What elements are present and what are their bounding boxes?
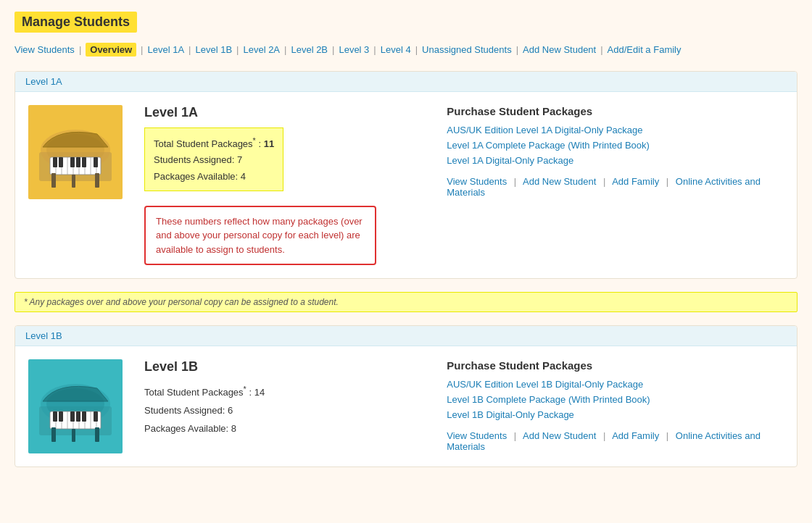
level-1a-assigned: Students Assigned: 7 xyxy=(154,152,274,168)
svg-rect-34 xyxy=(59,411,63,422)
level-1a-body: Level 1A Total Student Packages* : 11 St… xyxy=(15,92,797,278)
nav-view-students[interactable]: View Students xyxy=(14,44,75,55)
level-1a-purchase-col: Purchase Student Packages AUS/UK Edition… xyxy=(447,105,784,198)
nav-level-2a[interactable]: Level 2A xyxy=(243,44,280,55)
svg-rect-24 xyxy=(50,411,101,429)
level-1b-stats: Total Student Packages* : 14 Students As… xyxy=(144,382,425,438)
svg-rect-20 xyxy=(72,175,75,188)
level-1b-piano-image xyxy=(28,359,123,453)
svg-rect-39 xyxy=(51,427,56,442)
page-title: Manage Students xyxy=(14,12,798,43)
nav-bar: View Students | Overview | Level 1A | Le… xyxy=(14,43,798,57)
svg-rect-18 xyxy=(51,173,56,188)
level-1b-assigned: Students Assigned: 6 xyxy=(144,402,425,420)
nav-level-3[interactable]: Level 3 xyxy=(339,44,369,55)
nav-add-new-student[interactable]: Add New Student xyxy=(523,44,596,55)
level-1a-add-family-link[interactable]: Add Family xyxy=(612,176,659,187)
level-1b-add-new-student-link[interactable]: Add New Student xyxy=(523,430,596,441)
level-1b-header: Level 1B xyxy=(15,326,797,346)
svg-rect-41 xyxy=(72,429,75,442)
nav-level-1b[interactable]: Level 1B xyxy=(195,44,232,55)
level-1b-purchase-title: Purchase Student Packages xyxy=(447,359,784,372)
level-1a-total: Total Student Packages* : 11 xyxy=(154,134,274,152)
svg-rect-3 xyxy=(50,157,101,175)
svg-rect-19 xyxy=(95,173,99,188)
level-1b-section: Level 1B xyxy=(14,325,798,467)
level-1a-link-digital[interactable]: Level 1A Digital-Only Package xyxy=(447,155,784,166)
nav-add-edit-family[interactable]: Add/Edit a Family xyxy=(608,44,682,55)
nav-level-2b[interactable]: Level 2B xyxy=(291,44,328,55)
svg-rect-40 xyxy=(95,427,99,442)
level-1a-add-new-student-link[interactable]: Add New Student xyxy=(523,176,596,187)
level-1b-title: Level 1B xyxy=(144,359,425,375)
level-1a-piano-image xyxy=(28,105,123,199)
svg-rect-35 xyxy=(70,411,75,422)
level-1a-info: Level 1A Total Student Packages* : 11 St… xyxy=(144,105,425,265)
nav-level-1a[interactable]: Level 1A xyxy=(147,44,184,55)
level-1b-link-digital[interactable]: Level 1B Digital-Only Package xyxy=(447,409,784,420)
level-1a-available: Packages Available: 4 xyxy=(154,169,274,185)
level-1b-available: Packages Available: 8 xyxy=(144,420,425,438)
level-1b-add-family-link[interactable]: Add Family xyxy=(612,430,659,441)
nav-level-4[interactable]: Level 4 xyxy=(381,44,411,55)
level-1a-header: Level 1A xyxy=(15,72,797,92)
level-1a-link-aus[interactable]: AUS/UK Edition Level 1A Digital-Only Pac… xyxy=(447,125,784,135)
svg-rect-13 xyxy=(59,157,63,167)
level-1a-section: Level 1A xyxy=(14,71,798,279)
level-1b-total: Total Student Packages* : 14 xyxy=(144,382,425,402)
nav-unassigned-students[interactable]: Unassigned Students xyxy=(422,44,512,55)
level-1b-link-complete[interactable]: Level 1B Complete Package (With Printed … xyxy=(447,394,784,405)
level-1b-view-students-link[interactable]: View Students xyxy=(447,430,507,441)
svg-rect-17 xyxy=(94,157,98,167)
level-1a-stats-box: Total Student Packages* : 11 Students As… xyxy=(144,127,283,191)
svg-rect-38 xyxy=(94,411,98,422)
svg-rect-33 xyxy=(53,411,57,422)
level-1b-info: Level 1B Total Student Packages* : 14 St… xyxy=(144,359,425,442)
svg-rect-37 xyxy=(82,411,86,422)
level-1a-action-links: View Students | Add New Student | Add Fa… xyxy=(447,176,784,198)
level-1a-link-complete[interactable]: Level 1A Complete Package (With Printed … xyxy=(447,140,784,151)
level-1b-link-aus[interactable]: AUS/UK Edition Level 1B Digital-Only Pac… xyxy=(447,379,784,390)
svg-rect-16 xyxy=(82,157,86,167)
svg-rect-14 xyxy=(70,157,75,167)
svg-rect-15 xyxy=(76,157,80,167)
svg-rect-36 xyxy=(76,411,80,422)
svg-rect-12 xyxy=(53,157,57,167)
level-1a-title: Level 1A xyxy=(144,105,425,120)
level-1b-action-links: View Students | Add New Student | Add Fa… xyxy=(447,430,784,452)
level-1b-body: Level 1B Total Student Packages* : 14 St… xyxy=(15,346,797,466)
nav-overview-active[interactable]: Overview xyxy=(86,43,136,57)
footnote-bar: * Any packages over and above your perso… xyxy=(14,292,798,312)
level-1a-purchase-title: Purchase Student Packages xyxy=(447,105,784,117)
level-1a-view-students-link[interactable]: View Students xyxy=(447,176,507,187)
level-1a-tooltip: These numbers reflect how many packages … xyxy=(144,206,376,266)
level-1b-purchase-col: Purchase Student Packages AUS/UK Edition… xyxy=(447,359,784,452)
